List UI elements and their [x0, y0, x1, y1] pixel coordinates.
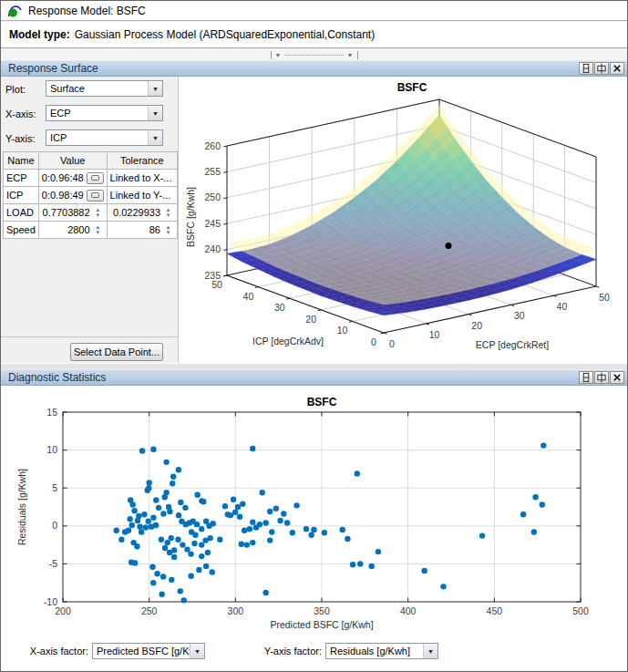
residual-data-point [540, 442, 546, 448]
svg-text:240: 240 [204, 243, 221, 254]
x-axis-factor-select[interactable]: Predicted BSFC [g/Kwh] ▼ [92, 643, 205, 659]
factor-table: Name Value Tolerance ECP0:0.96:48Linked … [3, 151, 178, 239]
spinner-control[interactable]: ▲▼ [92, 222, 104, 237]
y-axis-label: Y-axis: [5, 133, 36, 144]
residual-data-point [153, 497, 159, 502]
factor-name-cell: ECP [4, 170, 39, 187]
factor-table-row: Speed2800▲▼86▲▼ [4, 222, 178, 239]
svg-text:255: 255 [204, 166, 221, 177]
maximize-button[interactable] [594, 62, 609, 75]
residual-data-point [139, 529, 144, 534]
svg-text:235: 235 [204, 270, 221, 281]
select-data-point-button[interactable]: Select Data Point... [70, 343, 163, 361]
residual-data-point [137, 523, 142, 529]
residual-data-point [210, 569, 215, 574]
residual-data-point [263, 590, 268, 595]
residual-data-point [135, 518, 140, 523]
factor-val-cell[interactable]: 0:0.98:49 [38, 187, 107, 204]
residual-data-point [171, 547, 177, 553]
model-type-value: Gaussian Process Model (ARDSquaredExpone… [75, 28, 376, 41]
residual-data-point [139, 448, 145, 453]
residual-data-point [134, 543, 139, 549]
factor-val-cell[interactable]: 0:0.96:48 [38, 170, 107, 187]
factor-table-row: ECP0:0.96:48Linked to X-... [4, 170, 178, 187]
close-button[interactable] [610, 371, 624, 384]
svg-text:40: 40 [243, 291, 254, 302]
x-axis-label: X-axis: [5, 109, 36, 119]
factor-val-cell[interactable]: 0.7703882▲▼ [38, 204, 107, 222]
spinner-down-icon[interactable]: ▼ [95, 230, 100, 235]
residual-data-point [146, 519, 151, 524]
surface-button-strip: Select Data Point... [1, 336, 178, 363]
chevron-down-icon: ▼ [148, 130, 162, 145]
svg-text:-5: -5 [49, 558, 57, 569]
response-surface-3d-plot[interactable]: 0102030405001020304050235240245250255260… [180, 78, 627, 363]
factor-selector-row: X-axis factor: Predicted BSFC [g/Kwh] ▼ … [1, 636, 627, 667]
spinner-control[interactable]: ▲▼ [162, 205, 174, 220]
factor-name-cell: ICP [4, 187, 39, 204]
svg-text:30: 30 [274, 302, 285, 313]
plot-select[interactable]: Surface ▼ [46, 80, 163, 97]
splitter-handle[interactable]: ▼ ▼ [271, 51, 358, 59]
residual-data-point [532, 494, 538, 500]
residual-data-point [150, 580, 156, 585]
residual-data-point [250, 519, 255, 524]
spinner-down-icon[interactable]: ▼ [95, 212, 100, 218]
factor-val-text: 0:0.96:48 [42, 172, 85, 183]
svg-text:10: 10 [429, 329, 440, 340]
svg-text:50: 50 [211, 279, 222, 290]
factor-table-header-value: Value [38, 152, 107, 170]
undock-button[interactable] [579, 371, 593, 384]
residual-data-point [217, 537, 222, 543]
y-axis-factor-select[interactable]: Residuals [g/Kwh] ▼ [325, 643, 438, 659]
svg-text:250: 250 [141, 605, 158, 616]
close-button[interactable] [610, 62, 624, 75]
spinner-down-icon[interactable]: ▼ [166, 230, 171, 235]
residuals-scatter-plot[interactable]: 200250300350400450500-10-5051015BSFCPred… [1, 386, 627, 634]
svg-text:15: 15 [46, 407, 57, 418]
edit-value-button[interactable] [87, 172, 104, 184]
residual-data-point [170, 481, 175, 486]
residual-data-point [156, 505, 161, 511]
plot-label: Plot: [5, 84, 26, 95]
maximize-icon [596, 63, 607, 74]
residual-data-point [178, 588, 183, 594]
residual-data-point [203, 563, 209, 569]
residual-data-point [232, 510, 238, 515]
spinner-control[interactable]: ▲▼ [162, 222, 174, 237]
spinner-control[interactable]: ▲▼ [92, 205, 104, 220]
factor-tol-cell[interactable]: 86▲▼ [107, 222, 177, 239]
residual-data-point [237, 514, 242, 520]
plot-select-value: Surface [46, 83, 148, 94]
residual-data-point [273, 505, 279, 511]
residual-data-point [160, 511, 166, 516]
residual-data-point [355, 470, 360, 476]
residual-data-point [153, 522, 159, 528]
factor-tol-cell[interactable]: Linked to X-... [107, 170, 177, 187]
factor-val-cell[interactable]: 2800▲▼ [38, 222, 107, 239]
y-axis-select[interactable]: ICP ▼ [46, 129, 163, 146]
svg-text:250: 250 [204, 191, 221, 202]
residual-data-point [211, 521, 216, 526]
residual-data-point [181, 597, 187, 603]
maximize-button[interactable] [594, 371, 609, 384]
factor-name-cell: LOAD [4, 204, 39, 222]
edit-value-button[interactable] [87, 190, 104, 202]
residual-data-point [141, 512, 147, 517]
factor-tol-cell[interactable]: Linked to Y-... [107, 187, 177, 204]
selected-data-point-marker [446, 243, 452, 249]
residual-data-point [239, 542, 244, 547]
factor-tol-text: Linked to Y-... [110, 190, 174, 201]
y-axis-select-value: ICP [46, 132, 148, 143]
residual-data-point [194, 491, 200, 497]
residual-data-point [175, 537, 180, 543]
residual-data-point [178, 500, 183, 505]
undock-button[interactable] [579, 62, 593, 75]
diagnostic-statistics-content: 200250300350400450500-10-5051015BSFCPred… [1, 386, 627, 670]
edit-value-icon [91, 175, 99, 181]
factor-val-text: 0:0.98:49 [42, 190, 85, 201]
factor-tol-cell[interactable]: 0.0229933▲▼ [107, 204, 177, 222]
spinner-down-icon[interactable]: ▼ [166, 212, 171, 218]
svg-text:0: 0 [389, 338, 395, 349]
x-axis-select[interactable]: ECP ▼ [46, 105, 163, 121]
